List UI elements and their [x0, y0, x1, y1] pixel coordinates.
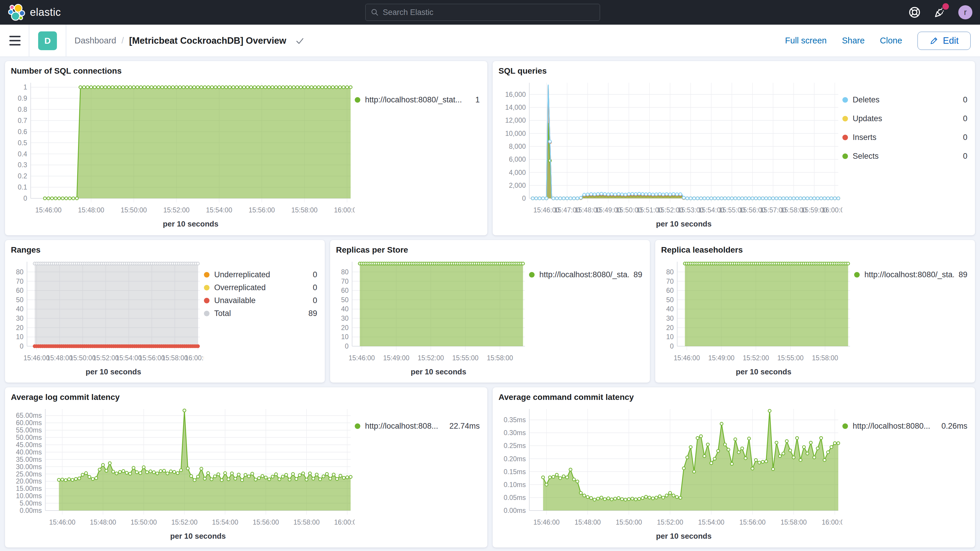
- breadcrumb-bar: D Dashboard / [Metricbeat CockroachDB] O…: [0, 25, 980, 57]
- legend-item[interactable]: Total 89: [204, 307, 317, 319]
- svg-text:15:58:00: 15:58:00: [162, 354, 188, 362]
- space-selector[interactable]: D: [38, 32, 57, 50]
- chart-canvas-sql-connections[interactable]: 00.10.20.30.40.50.60.70.80.9115:46:0015:…: [11, 78, 355, 231]
- svg-text:15:48:00: 15:48:00: [90, 518, 116, 526]
- legend-item[interactable]: Unavailable 0: [204, 295, 317, 306]
- svg-text:0: 0: [345, 342, 348, 350]
- series-dot: [204, 272, 210, 277]
- svg-text:20.00ms: 20.00ms: [16, 477, 42, 485]
- series-label: Total: [214, 309, 231, 318]
- panel-log-commit-latency: Average log commit latency 0.00ms5.00ms1…: [5, 387, 487, 548]
- svg-text:20: 20: [16, 324, 24, 331]
- svg-text:70: 70: [666, 277, 674, 285]
- svg-text:80: 80: [16, 268, 24, 276]
- clone-button[interactable]: Clone: [880, 36, 902, 46]
- chart-canvas-ranges[interactable]: 0102030405060708015:46:0015:48:0015:50:0…: [11, 257, 204, 379]
- elastic-logo[interactable]: elastic: [8, 4, 61, 21]
- svg-text:16:00:00: 16:00:00: [185, 354, 204, 362]
- svg-text:15:50:00: 15:50:00: [70, 354, 96, 362]
- help-icon[interactable]: [908, 6, 921, 19]
- legend-item[interactable]: Underreplicated 0: [204, 269, 317, 280]
- series-value: 0: [963, 133, 967, 142]
- svg-text:60: 60: [666, 287, 674, 294]
- chart-legend: Deletes 0 Updates 0 Inserts 0: [842, 78, 969, 231]
- svg-text:50: 50: [341, 296, 348, 304]
- check-icon[interactable]: [294, 35, 305, 46]
- svg-text:65.00ms: 65.00ms: [16, 412, 42, 419]
- svg-text:15:50:00: 15:50:00: [121, 206, 147, 214]
- legend-item[interactable]: http://localhost:8080... 0.26ms: [842, 420, 967, 432]
- panel-title: Ranges: [11, 245, 319, 255]
- svg-text:10.00ms: 10.00ms: [16, 492, 42, 500]
- chart-legend: http://localhost:8080/_sta... 89: [854, 257, 969, 379]
- edit-button[interactable]: Edit: [918, 32, 970, 50]
- svg-text:0.2: 0.2: [18, 172, 27, 180]
- svg-text:0.20ms: 0.20ms: [504, 455, 526, 463]
- svg-text:15:50:00: 15:50:00: [616, 518, 642, 526]
- share-button[interactable]: Share: [842, 36, 864, 46]
- svg-text:5.00ms: 5.00ms: [20, 499, 42, 507]
- svg-text:20: 20: [341, 324, 348, 331]
- breadcrumb-dashboard-link[interactable]: Dashboard: [75, 36, 116, 46]
- notification-badge: [942, 3, 949, 10]
- breadcrumb: Dashboard / [Metricbeat CockroachDB] Ove…: [75, 35, 305, 46]
- legend-item[interactable]: Overreplicated 0: [204, 282, 317, 293]
- svg-text:15:55:00: 15:55:00: [452, 354, 479, 362]
- search-input[interactable]: [383, 8, 595, 17]
- svg-text:per 10 seconds: per 10 seconds: [170, 532, 226, 540]
- chart-canvas-leaseholders[interactable]: 0102030405060708015:46:0015:49:0015:52:0…: [661, 257, 854, 379]
- svg-text:10,000: 10,000: [505, 130, 526, 137]
- panel-title: Average log commit latency: [11, 393, 482, 402]
- user-avatar[interactable]: r: [958, 5, 972, 19]
- svg-text:per 10 seconds: per 10 seconds: [736, 367, 791, 376]
- divider: [66, 25, 66, 57]
- svg-text:16:00:00: 16:00:00: [334, 206, 355, 214]
- svg-text:15:58:00: 15:58:00: [812, 354, 838, 362]
- global-search[interactable]: [365, 4, 600, 21]
- chart-canvas-log-latency[interactable]: 0.00ms5.00ms10.00ms15.00ms20.00ms25.00ms…: [11, 404, 355, 543]
- legend-item[interactable]: http://localhost:8080/_sta... 89: [529, 269, 642, 280]
- chart-canvas-sql-queries[interactable]: 02,0004,0006,0008,00010,00012,00014,0001…: [498, 78, 842, 231]
- legend-item[interactable]: Inserts 0: [842, 131, 967, 143]
- svg-text:6,000: 6,000: [509, 156, 526, 163]
- series-dot: [204, 285, 210, 290]
- svg-text:50.00ms: 50.00ms: [16, 434, 42, 441]
- panel-replicas-per-store: Replicas per Store 0102030405060708015:4…: [330, 240, 650, 382]
- chart-canvas-command-latency[interactable]: 0.00ms0.05ms0.10ms0.15ms0.20ms0.25ms0.30…: [498, 404, 842, 543]
- series-value: 89: [959, 270, 967, 279]
- svg-text:45.00ms: 45.00ms: [16, 441, 42, 449]
- chart-legend: http://localhost:8080... 0.26ms: [842, 404, 969, 543]
- full-screen-button[interactable]: Full screen: [785, 36, 827, 46]
- chart-legend: http://localhost:8080/_sta... 89: [529, 257, 644, 379]
- app-header: elastic: [0, 0, 980, 25]
- series-label: Selects: [853, 152, 879, 161]
- series-value: 0: [963, 96, 967, 104]
- legend-item[interactable]: Selects 0: [842, 150, 967, 162]
- legend-item[interactable]: http://localhost:8080/_sta... 89: [854, 269, 967, 280]
- legend-item[interactable]: Updates 0: [842, 113, 967, 124]
- legend-item[interactable]: http://localhost:808... 22.74ms: [355, 420, 480, 432]
- edit-button-label: Edit: [943, 35, 959, 46]
- legend-item[interactable]: http://localhost:8080/_stat... 1: [355, 94, 480, 106]
- svg-text:0: 0: [24, 194, 27, 202]
- chart-legend: http://localhost:808... 22.74ms: [355, 404, 482, 543]
- series-label: Updates: [853, 114, 882, 123]
- series-label: http://localhost:8080/_stat...: [365, 96, 462, 104]
- menu-icon[interactable]: [10, 36, 21, 46]
- svg-text:per 10 seconds: per 10 seconds: [411, 367, 466, 376]
- chart-canvas-replicas[interactable]: 0102030405060708015:46:0015:49:0015:52:0…: [336, 257, 529, 379]
- panel-replica-leaseholders: Replica leaseholders 0102030405060708015…: [655, 240, 975, 382]
- dashboard-grid: Number of SQL connections 00.10.20.30.40…: [0, 57, 980, 551]
- svg-text:12,000: 12,000: [505, 116, 526, 124]
- panel-title: Average command commit latency: [498, 393, 969, 402]
- svg-text:15:49:00: 15:49:00: [708, 354, 735, 362]
- svg-text:0: 0: [20, 342, 24, 350]
- legend-item[interactable]: Deletes 0: [842, 94, 967, 106]
- newsfeed-icon[interactable]: [933, 6, 947, 19]
- series-label: Underreplicated: [214, 270, 270, 279]
- svg-text:60: 60: [16, 287, 24, 294]
- series-dot: [854, 272, 860, 277]
- series-label: Overreplicated: [214, 283, 266, 292]
- svg-text:15:56:00: 15:56:00: [740, 518, 766, 526]
- svg-text:8,000: 8,000: [509, 143, 526, 150]
